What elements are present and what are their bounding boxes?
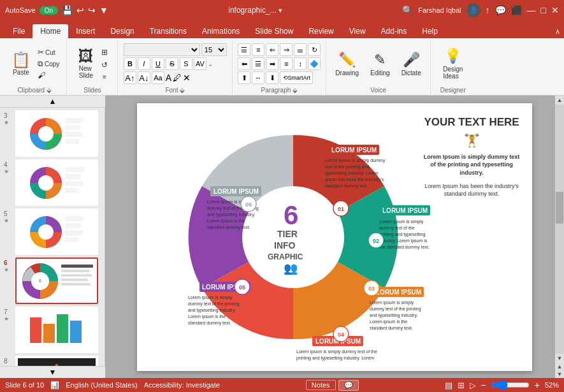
slide-7-star: ★ xyxy=(4,316,9,322)
editing-button[interactable]: ✎ Editing xyxy=(366,50,394,78)
autosave-toggle[interactable]: On xyxy=(40,6,58,15)
ribbon-collapse-btn[interactable]: ∧ xyxy=(551,25,564,38)
bullet-list-button[interactable]: ☰ xyxy=(238,43,250,56)
shadow-button[interactable]: S xyxy=(180,57,192,70)
tab-design[interactable]: Design xyxy=(103,24,141,38)
dictate-button[interactable]: 🎤 Dictate xyxy=(398,50,425,78)
tab-transitions[interactable]: Transitions xyxy=(142,24,194,38)
close-icon[interactable]: ✕ xyxy=(551,5,559,15)
font-size-select[interactable]: 15 xyxy=(201,43,227,56)
drawing-button[interactable]: ✏️ Drawing xyxy=(331,50,363,78)
align-right-button[interactable]: ➡ xyxy=(266,57,278,70)
underline-button[interactable]: U xyxy=(152,57,164,70)
paste-button[interactable]: 📋 Paste xyxy=(8,50,34,78)
convert-to-smartart-button[interactable]: ⟲SmartArt xyxy=(280,71,313,84)
tab-review[interactable]: Review xyxy=(301,24,341,38)
tab-help[interactable]: Help xyxy=(414,24,445,38)
canvas-scroll-mid-down[interactable]: ▼ xyxy=(556,370,563,378)
zoom-in-btn[interactable]: + xyxy=(535,380,540,390)
align-bottom-button[interactable]: ⬇ xyxy=(266,71,278,84)
canvas-scroll-mid-up[interactable]: ▲ xyxy=(556,363,563,370)
tab-file[interactable]: File xyxy=(5,24,33,38)
layout-button[interactable]: ⊞ xyxy=(99,47,110,58)
view-slideshow-icon[interactable]: ▷ xyxy=(470,381,476,390)
reset-button[interactable]: ↺ xyxy=(99,59,110,71)
increase-indent-button[interactable]: ⇒ xyxy=(280,43,293,56)
comment-icon[interactable]: 💬 xyxy=(495,5,506,15)
view-outline-icon[interactable]: ⊞ xyxy=(458,381,465,390)
copy-button[interactable]: ⧉ Copy xyxy=(36,59,61,69)
comments-button[interactable]: 💬 xyxy=(338,380,359,391)
align-left-button[interactable]: ⬅ xyxy=(238,57,250,70)
save-icon[interactable]: 💾 xyxy=(62,5,73,15)
tab-view[interactable]: View xyxy=(342,24,373,38)
char-spacing-button[interactable]: AV xyxy=(194,57,206,70)
align-top-button[interactable]: ⬆ xyxy=(238,71,250,84)
slide-4-thumb[interactable] xyxy=(15,159,98,206)
increase-font-button[interactable]: A↑ xyxy=(124,71,136,84)
change-case-button[interactable]: Aa xyxy=(152,71,164,84)
design-ideas-button[interactable]: 💡 DesignIdeas xyxy=(439,46,466,82)
zoom-slider[interactable] xyxy=(491,382,530,388)
justify-button[interactable]: ≡ xyxy=(280,57,293,70)
notes-button[interactable]: Notes xyxy=(306,380,336,390)
ribbon-group-voice: ✏️ Drawing ✎ Editing 🎤 Dictate Voice xyxy=(326,41,430,95)
canvas-scroll-thumb[interactable] xyxy=(556,192,563,224)
decrease-font-button[interactable]: A↓ xyxy=(138,71,150,84)
minimize-icon[interactable]: — xyxy=(527,5,536,15)
italic-button[interactable]: I xyxy=(138,57,150,70)
align-center-button[interactable]: ☰ xyxy=(252,57,264,70)
clipboard-expand-icon[interactable]: ⬙ xyxy=(47,87,52,94)
slides-scroll-up[interactable]: ▲ xyxy=(0,96,105,108)
new-slide-button[interactable]: 🖼 NewSlide xyxy=(75,47,98,81)
slide-7-thumb[interactable] xyxy=(15,307,98,353)
cut-button[interactable]: ✂ Cut xyxy=(36,47,61,57)
format-painter-button[interactable]: 🖌 xyxy=(36,70,61,80)
svg-text:and typesetting industry.: and typesetting industry. xyxy=(370,313,417,318)
tab-home[interactable]: Home xyxy=(33,24,68,38)
undo-icon[interactable]: ↩ xyxy=(76,5,84,15)
redo-icon[interactable]: ↪ xyxy=(88,5,96,15)
clear-format-btn[interactable]: ✕ xyxy=(183,73,191,83)
font-expand-icon[interactable]: ⌄ xyxy=(208,61,213,68)
paragraph-label: Paragraph ⬙ xyxy=(261,87,298,95)
tab-addins[interactable]: Add-ins xyxy=(373,24,415,38)
tab-slideshow[interactable]: Slide Show xyxy=(247,24,301,38)
maximize-icon[interactable]: □ xyxy=(541,5,546,15)
slide-6-svg: 6 xyxy=(18,261,96,301)
svg-text:standard dummy text.: standard dummy text. xyxy=(325,184,368,189)
columns-button[interactable]: ⚌ xyxy=(294,43,307,56)
zoom-out-btn[interactable]: − xyxy=(481,380,486,390)
align-middle-button[interactable]: ↔ xyxy=(252,71,264,84)
svg-marker-30 xyxy=(30,363,84,367)
presentation-mode-icon[interactable]: ⬛ xyxy=(511,5,522,15)
tab-animations[interactable]: Animations xyxy=(194,24,247,38)
tab-insert[interactable]: Insert xyxy=(68,24,103,38)
numbered-list-button[interactable]: ≡ xyxy=(252,43,264,56)
font-group-expand-icon[interactable]: ⬙ xyxy=(180,87,185,94)
view-normal-icon[interactable]: ▤ xyxy=(445,381,452,390)
canvas-scroll-down[interactable]: ▼ xyxy=(556,354,564,363)
accessibility-status[interactable]: Accessibility: Investigate xyxy=(144,381,220,389)
canvas-scroll-up[interactable]: ▲ xyxy=(556,96,564,105)
search-icon[interactable]: 🔍 xyxy=(402,5,413,15)
slide-3-thumb[interactable] xyxy=(15,110,98,157)
font-family-select[interactable] xyxy=(124,43,200,56)
smart-art-button[interactable]: 🔷 xyxy=(308,57,321,70)
highlight-btn[interactable]: 🖊 xyxy=(173,73,182,83)
strikethrough-button[interactable]: S xyxy=(166,57,178,70)
section-button[interactable]: ≡ xyxy=(99,72,110,82)
text-direction-button[interactable]: ↻ xyxy=(308,43,321,56)
font-color-btn[interactable]: A xyxy=(166,73,171,83)
bold-button[interactable]: B xyxy=(124,57,136,70)
para-group-expand-icon[interactable]: ⬙ xyxy=(293,87,298,94)
line-spacing-button[interactable]: ↕ xyxy=(294,57,307,70)
slide-7-num: 7 xyxy=(4,309,8,316)
slide-6-thumb[interactable]: 6 xyxy=(15,258,98,304)
slide-5-thumb[interactable] xyxy=(15,208,98,255)
decrease-indent-button[interactable]: ⇐ xyxy=(266,43,278,56)
share-icon[interactable]: ↑ xyxy=(486,5,490,15)
slide-8-thumb[interactable] xyxy=(15,356,98,366)
slides-scroll-down[interactable]: ▼ xyxy=(0,366,105,378)
customize-icon[interactable]: ▼ xyxy=(99,5,108,15)
